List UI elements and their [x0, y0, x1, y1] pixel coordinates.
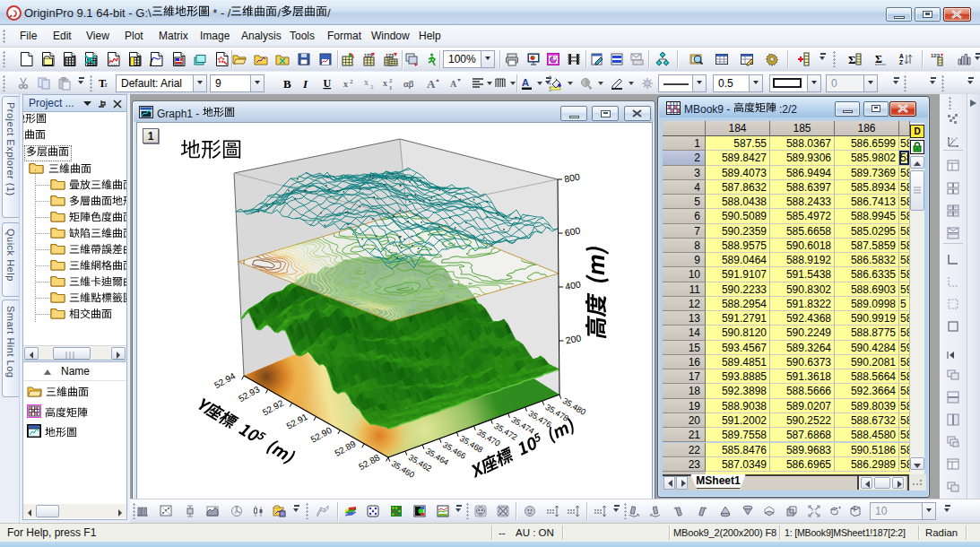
svg-text:r: r [235, 509, 237, 515]
svg-text:x: x [383, 78, 387, 88]
svg-text:1: 1 [389, 84, 392, 91]
svg-text:αβ: αβ [403, 78, 414, 89]
svg-text:400: 400 [564, 279, 581, 292]
svg-text:52.90: 52.90 [309, 425, 334, 445]
svg-text:A: A [450, 79, 457, 89]
svg-text:x: x [364, 77, 369, 87]
svg-text:52.92: 52.92 [261, 397, 286, 417]
svg-text:200: 200 [565, 333, 582, 346]
svg-text:600: 600 [564, 225, 581, 239]
svg-text:52.94: 52.94 [212, 370, 238, 390]
svg-text:123: 123 [386, 53, 394, 58]
svg-text:2: 2 [370, 83, 374, 91]
svg-text:x: x [343, 79, 348, 89]
svg-text:52.88: 52.88 [357, 452, 382, 472]
svg-text:52.89: 52.89 [333, 438, 358, 458]
svg-text:Σ: Σ [848, 53, 856, 66]
svg-text:123: 123 [364, 53, 372, 58]
svg-text:800: 800 [563, 171, 580, 185]
svg-text:I: I [302, 77, 308, 91]
svg-text:B: B [283, 77, 291, 91]
svg-text:A: A [522, 77, 529, 88]
svg-text:2: 2 [350, 78, 353, 85]
svg-text:A: A [427, 77, 436, 91]
svg-text:r: r [105, 80, 108, 89]
svg-text:2: 2 [389, 77, 392, 83]
svg-text:A: A [899, 53, 904, 59]
svg-text:Z: Z [899, 59, 903, 65]
svg-text:U: U [324, 77, 332, 90]
svg-text:52.91: 52.91 [285, 412, 310, 431]
svg-text:52.93: 52.93 [237, 384, 262, 404]
svg-text:Σ: Σ [875, 53, 882, 65]
